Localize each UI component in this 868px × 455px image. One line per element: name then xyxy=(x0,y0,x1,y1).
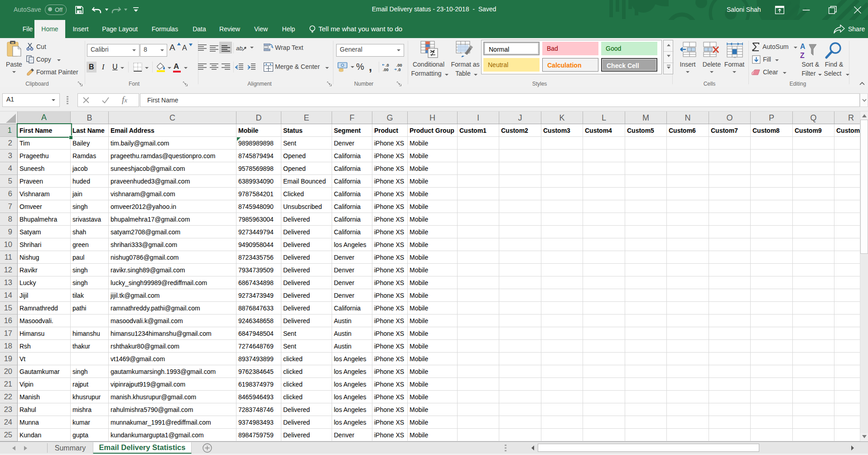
svg-text:.0: .0 xyxy=(386,63,389,68)
svg-text:A: A xyxy=(800,43,805,50)
svg-text:ab: ab xyxy=(236,45,242,52)
svg-text:.0: .0 xyxy=(397,68,401,72)
svg-text:.00: .00 xyxy=(396,63,402,68)
svg-text:.00: .00 xyxy=(383,68,389,72)
svg-text:Z: Z xyxy=(800,52,805,59)
